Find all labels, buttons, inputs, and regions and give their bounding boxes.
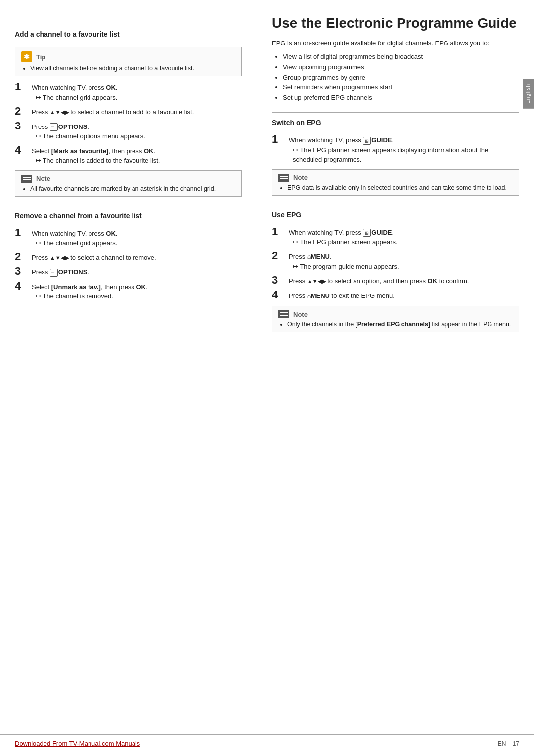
step-2: 2 Press ▲▼◀▶ to select a channel to add … xyxy=(15,107,242,117)
section-add-title: Add a channel to a favourite list xyxy=(15,30,242,41)
note-icon-2 xyxy=(278,174,289,182)
tip-list: View all channels before adding a channe… xyxy=(21,65,235,72)
remove-step-4: 4 Select [Unmark as fav.], then press OK… xyxy=(15,282,242,301)
note-item-2: EPG data is available only in selected c… xyxy=(287,184,513,191)
use-epg-step-content-2: Press ⌂MENU. The program guide menu appe… xyxy=(289,252,519,272)
remove-step-content-2: Press ▲▼◀▶ to select a channel to remove… xyxy=(32,253,242,263)
remove-step-3: 3 Press OPTIONS. xyxy=(15,267,242,277)
footer: Downloaded From TV-Manual.com Manuals EN… xyxy=(0,734,534,747)
use-epg-step-sub-2: The program guide menu appears. xyxy=(293,262,519,272)
note-header-1: Note xyxy=(21,175,235,183)
note-box-3: Note Only the channels in the [Preferred… xyxy=(272,306,519,332)
use-epg-step-text-2: Press ⌂MENU. xyxy=(289,253,332,260)
footer-page-label: EN xyxy=(498,740,506,747)
remove-step-num-1: 1 xyxy=(15,227,29,238)
remove-step-text-2: Press ▲▼◀▶ to select a channel to remove… xyxy=(32,254,156,261)
step-1: 1 When watching TV, press OK. The channe… xyxy=(15,83,242,102)
remove-step-text-4: Select [Unmark as fav.], then press OK. xyxy=(32,283,148,291)
side-tab: English xyxy=(523,79,534,109)
note-item-3: Only the channels in the [Preferred EPG … xyxy=(287,321,513,328)
feature-item-0: View a list of digital programmes being … xyxy=(283,52,519,62)
section-use-epg: Use EPG 1 When watching TV, press ⊞GUIDE… xyxy=(272,205,519,333)
step-text-4: Select [Mark as favourite], then press O… xyxy=(32,147,155,155)
note-list-2: EPG data is available only in selected c… xyxy=(278,184,513,191)
use-epg-step-num-2: 2 xyxy=(272,251,286,261)
remove-step-sub-1: The channel grid appears. xyxy=(36,238,242,248)
note-label-1: Note xyxy=(36,175,50,182)
remove-step-2: 2 Press ▲▼◀▶ to select a channel to remo… xyxy=(15,253,242,263)
step-sub-1: The channel grid appears. xyxy=(36,93,242,103)
use-epg-step-text-1: When watching TV, press ⊞GUIDE. xyxy=(289,229,394,236)
feature-item-3: Set reminders when programmes start xyxy=(283,83,519,93)
remove-step-content-1: When watching TV, press OK. The channel … xyxy=(32,229,242,248)
use-epg-step-3: 3 Press ▲▼◀▶ to select an option, and th… xyxy=(272,276,519,286)
use-epg-step-num-4: 4 xyxy=(272,290,286,300)
use-epg-step-1: 1 When watching TV, press ⊞GUIDE. The EP… xyxy=(272,228,519,247)
step-text-3: Press OPTIONS. xyxy=(32,123,89,130)
page: Add a channel to a favourite list ✱ Tip … xyxy=(0,0,534,756)
footer-page: EN 17 xyxy=(498,740,519,747)
footer-link[interactable]: Downloaded From TV-Manual.com Manuals xyxy=(15,740,140,747)
use-epg-step-content-3: Press ▲▼◀▶ to select an option, and then… xyxy=(289,276,519,286)
step-content-1: When watching TV, press OK. The channel … xyxy=(32,83,242,102)
note-icon-3 xyxy=(278,310,289,318)
feature-item-1: View upcoming programmes xyxy=(283,62,519,73)
step-text-1: When watching TV, press OK. xyxy=(32,84,117,91)
tip-header: ✱ Tip xyxy=(21,51,235,62)
remove-step-num-2: 2 xyxy=(15,252,29,262)
intro-text: EPG is an on-screen guide available for … xyxy=(272,39,519,48)
note-list-1: All favourite channels are marked by an … xyxy=(21,185,235,192)
use-epg-step-content-4: Press ⌂MENU to exit the EPG menu. xyxy=(289,291,519,301)
step-3: 3 Press OPTIONS. The channel options men… xyxy=(15,122,242,141)
use-epg-title: Use EPG xyxy=(272,211,519,222)
use-epg-step-sub-1: The EPG planner screen appears. xyxy=(293,237,519,247)
step-content-4: Select [Mark as favourite], then press O… xyxy=(32,146,242,166)
step-content-2: Press ▲▼◀▶ to select a channel to add to… xyxy=(32,107,242,117)
note-header-3: Note xyxy=(278,310,513,318)
right-column: Use the Electronic Programme Guide EPG i… xyxy=(257,15,519,741)
remove-step-content-3: Press OPTIONS. xyxy=(32,267,242,277)
feature-item-4: Set up preferred EPG channels xyxy=(283,93,519,103)
step-text-2: Press ▲▼◀▶ to select a channel to add to… xyxy=(32,108,194,116)
step-sub-3: The channel options menu appears. xyxy=(36,131,242,141)
remove-step-sub-4: The channel is removed. xyxy=(36,292,242,301)
remove-step-text-1: When watching TV, press OK. xyxy=(32,230,117,237)
epg-step-text-1: When watching TV, press ⊞GUIDE. xyxy=(289,136,394,144)
use-epg-step-num-1: 1 xyxy=(272,226,286,237)
section-add-favourite: Add a channel to a favourite list ✱ Tip … xyxy=(15,24,242,197)
use-epg-step-2: 2 Press ⌂MENU. The program guide menu ap… xyxy=(272,252,519,272)
remove-step-num-4: 4 xyxy=(15,281,29,292)
use-epg-step-num-3: 3 xyxy=(272,275,286,286)
note-box-2: Note EPG data is available only in selec… xyxy=(272,169,519,196)
note-label-2: Note xyxy=(293,174,308,181)
step-num-3: 3 xyxy=(15,121,29,131)
use-epg-step-content-1: When watching TV, press ⊞GUIDE. The EPG … xyxy=(289,228,519,247)
epg-step-1: 1 When watching TV, press ⊞GUIDE. The EP… xyxy=(272,135,519,165)
note-label-3: Note xyxy=(293,311,308,318)
footer-page-num: 17 xyxy=(513,740,519,747)
epg-step-content-1: When watching TV, press ⊞GUIDE. The EPG … xyxy=(289,135,519,165)
section-switch-epg: Switch on EPG 1 When watching TV, press … xyxy=(272,112,519,196)
tip-label: Tip xyxy=(36,53,45,61)
switch-epg-title: Switch on EPG xyxy=(272,119,519,129)
epg-step-sub-1: The EPG planner screen appears displayin… xyxy=(293,145,519,165)
note-item-1: All favourite channels are marked by an … xyxy=(30,185,235,192)
use-epg-step-text-3: Press ▲▼◀▶ to select an option, and then… xyxy=(289,277,469,285)
note-icon-1 xyxy=(21,175,32,183)
tip-icon: ✱ xyxy=(21,51,32,62)
use-epg-step-text-4: Press ⌂MENU to exit the EPG menu. xyxy=(289,292,395,299)
note-header-2: Note xyxy=(278,174,513,182)
feature-item-2: Group programmes by genre xyxy=(283,73,519,83)
section-remove-favourite: Remove a channel from a favourite list 1… xyxy=(15,206,242,301)
step-num-4: 4 xyxy=(15,145,29,156)
step-content-3: Press OPTIONS. The channel options menu … xyxy=(32,122,242,141)
tip-box: ✱ Tip View all channels before adding a … xyxy=(15,47,242,76)
epg-step-num-1: 1 xyxy=(272,134,286,145)
tip-item-1: View all channels before adding a channe… xyxy=(30,65,235,72)
remove-step-text-3: Press OPTIONS. xyxy=(32,268,89,276)
use-epg-step-4: 4 Press ⌂MENU to exit the EPG menu. xyxy=(272,291,519,301)
section-remove-title: Remove a channel from a favourite list xyxy=(15,212,242,223)
step-4: 4 Select [Mark as favourite], then press… xyxy=(15,146,242,166)
remove-step-1: 1 When watching TV, press OK. The channe… xyxy=(15,229,242,248)
step-num-2: 2 xyxy=(15,106,29,117)
